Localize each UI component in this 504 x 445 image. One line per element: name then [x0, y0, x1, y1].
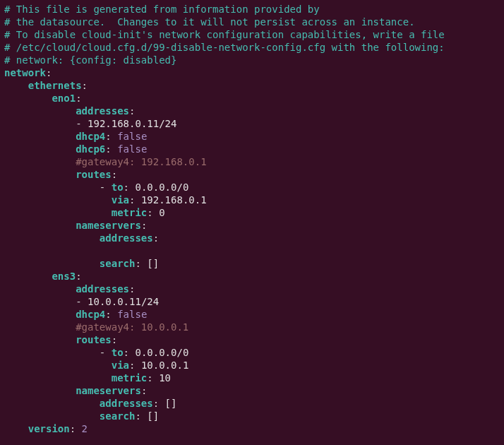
comment-line: # the datasource. Changes to it will not…	[4, 16, 415, 28]
yaml-value-emptylist: []	[147, 258, 159, 269]
colon: :	[82, 80, 88, 91]
yaml-key-to: to	[112, 347, 124, 358]
dash: -	[100, 182, 112, 193]
colon: :	[46, 67, 52, 78]
colon: :	[124, 182, 129, 193]
colon: :	[105, 143, 111, 155]
colon: :	[153, 398, 159, 409]
yaml-key-eno1: eno1	[52, 93, 76, 104]
colon: :	[141, 220, 147, 231]
comment-line: # This file is generated from informatio…	[4, 4, 320, 15]
colon: :	[124, 347, 129, 358]
colon: :	[129, 283, 135, 295]
yaml-value-emptylist: []	[147, 410, 159, 422]
yaml-key-dhcp4: dhcp4	[76, 309, 105, 320]
yaml-value-version: 2	[82, 423, 88, 434]
yaml-key-search: search	[100, 410, 136, 422]
yaml-key-network: network	[4, 67, 46, 78]
colon: :	[147, 207, 152, 218]
dash: -	[76, 118, 81, 129]
yaml-value-false: false	[117, 131, 147, 142]
dash: -	[76, 296, 81, 307]
yaml-key-metric: metric	[112, 372, 148, 384]
yaml-value-metric: 10	[159, 372, 171, 384]
colon: :	[129, 105, 135, 117]
yaml-value-address: 192.168.0.11/24	[88, 118, 176, 129]
terminal-config-view: # This file is generated from informatio…	[0, 0, 504, 438]
yaml-key-version: version	[28, 423, 70, 434]
comment-line: # To disable cloud-init's network config…	[4, 29, 445, 40]
yaml-commented-gateway: #gateway4: 192.168.0.1	[76, 156, 206, 167]
yaml-value-emptylist: []	[165, 398, 177, 409]
comment-line: # /etc/cloud/cloud.cfg.d/99-disable-netw…	[4, 42, 445, 53]
colon: :	[129, 360, 135, 371]
colon: :	[76, 271, 81, 282]
yaml-key-dhcp6: dhcp6	[76, 143, 105, 155]
yaml-value-via: 10.0.0.1	[141, 360, 188, 371]
yaml-value-to: 0.0.0.0/0	[135, 347, 188, 358]
colon: :	[135, 410, 140, 422]
yaml-key-ethernets: ethernets	[28, 80, 82, 91]
yaml-value-false: false	[117, 309, 147, 320]
yaml-key-search: search	[100, 258, 136, 269]
yaml-key-routes: routes	[76, 169, 112, 180]
yaml-key-dhcp4: dhcp4	[76, 131, 105, 142]
colon: :	[147, 372, 152, 384]
yaml-value-metric: 0	[159, 207, 164, 218]
yaml-key-addresses: addresses	[76, 283, 129, 295]
colon: :	[105, 131, 111, 142]
colon: :	[141, 385, 147, 396]
colon: :	[135, 258, 140, 269]
yaml-commented-gateway: #gateway4: 10.0.0.1	[76, 321, 188, 333]
colon: :	[70, 423, 76, 434]
comment-line: # network: {config: disabled}	[4, 54, 176, 66]
yaml-key-ens3: ens3	[52, 271, 76, 282]
yaml-key-addresses: addresses	[100, 398, 153, 409]
colon: :	[129, 194, 135, 206]
colon: :	[112, 169, 117, 180]
yaml-key-via: via	[112, 360, 129, 371]
yaml-key-addresses: addresses	[76, 105, 129, 117]
yaml-key-to: to	[112, 182, 124, 193]
colon: :	[153, 232, 159, 244]
yaml-key-routes: routes	[76, 334, 112, 345]
yaml-value-address: 10.0.0.11/24	[88, 296, 159, 307]
yaml-key-addresses: addresses	[100, 232, 153, 244]
yaml-value-false: false	[117, 143, 147, 155]
yaml-key-nameservers: nameservers	[76, 220, 141, 231]
yaml-key-metric: metric	[112, 207, 148, 218]
colon: :	[105, 309, 111, 320]
colon: :	[76, 93, 81, 104]
dash: -	[100, 347, 112, 358]
yaml-key-nameservers: nameservers	[76, 385, 141, 396]
yaml-key-via: via	[112, 194, 129, 206]
yaml-value-via: 192.168.0.1	[141, 194, 207, 206]
colon: :	[112, 334, 117, 345]
yaml-value-to: 0.0.0.0/0	[135, 182, 188, 193]
